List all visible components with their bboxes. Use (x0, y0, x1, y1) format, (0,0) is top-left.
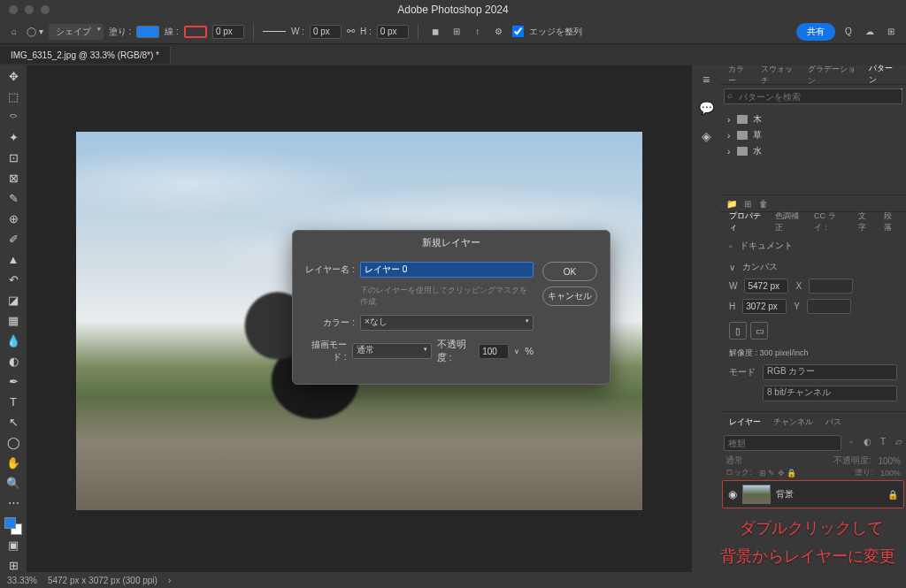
tab-layers[interactable]: レイヤー (726, 414, 764, 431)
bit-depth-dropdown[interactable]: 8 bit/チャンネル (763, 386, 897, 401)
zoom-tool[interactable]: 🔍 (3, 473, 24, 493)
quickmask-icon[interactable]: ▣ (3, 536, 24, 555)
align-edges-check[interactable] (512, 26, 524, 37)
tree-item[interactable]: 水 (727, 143, 899, 159)
cloud-icon[interactable]: ☁ (862, 24, 878, 40)
stroke-type-icon[interactable] (263, 31, 286, 32)
annotation-1: ダブルクリックして (740, 517, 883, 538)
w-label: W : (291, 27, 304, 36)
pen-tool[interactable]: ✒ (3, 371, 24, 391)
comments-panel-icon[interactable]: 💬 (697, 99, 715, 117)
folder-icon (737, 147, 748, 156)
color-mode-dropdown[interactable]: RGB カラー (763, 364, 897, 380)
link-icon[interactable]: ⚯ (347, 26, 355, 37)
align-icon[interactable]: ⊞ (449, 24, 465, 40)
tree-item[interactable]: 草 (727, 127, 899, 143)
libraries-panel-icon[interactable]: ◈ (697, 127, 715, 145)
gear-icon[interactable]: ⚙ (491, 24, 507, 40)
layer-color-dropdown[interactable]: ×なし (360, 315, 534, 331)
frame-tool[interactable]: ⊠ (3, 169, 24, 188)
visibility-icon[interactable]: ◉ (728, 488, 737, 500)
stroke-swatch[interactable] (184, 26, 207, 38)
move-tool[interactable]: ✥ (3, 67, 24, 87)
blend-mode-label: 描画モード : (305, 339, 347, 363)
share-button[interactable]: 共有 (796, 23, 835, 41)
path-ops-icon[interactable]: ◼ (427, 24, 443, 40)
wand-tool[interactable]: ✦ (3, 128, 24, 148)
height-field[interactable] (377, 25, 409, 39)
more-tools[interactable]: ⋯ (3, 493, 24, 513)
options-bar: ⌂ ◯ ▾ シェイプ 塗り : 線 : W : ⚯ H : ◼ ⊞ ↕ ⚙ エッ… (0, 19, 906, 44)
history-brush-tool[interactable]: ↶ (3, 271, 24, 290)
eyedropper-tool[interactable]: ✎ (3, 189, 24, 209)
blur-tool[interactable]: 💧 (3, 331, 24, 350)
brush-tool[interactable]: ✐ (3, 230, 24, 249)
canvas-y[interactable] (807, 299, 851, 314)
filter-adj-icon[interactable]: ◐ (861, 435, 873, 447)
orient-portrait-icon[interactable]: ▯ (729, 322, 747, 340)
orient-landscape-icon[interactable]: ▭ (750, 322, 768, 340)
align-edges-label: エッジを整列 (529, 26, 582, 38)
tool-preset-icon[interactable]: ◯ ▾ (27, 27, 43, 36)
path-tool[interactable]: ↖ (3, 412, 24, 431)
layer-name-input[interactable] (360, 262, 534, 278)
filter-type-icon[interactable]: T (877, 435, 889, 447)
home-icon[interactable]: ⌂ (7, 25, 21, 39)
tab-adjust[interactable]: 色調補正 (772, 208, 805, 236)
heal-tool[interactable]: ⊕ (3, 210, 24, 229)
folder-icon (737, 131, 748, 140)
tab-properties[interactable]: プロパティ (726, 208, 766, 236)
tab-channels[interactable]: チャンネル (770, 414, 817, 431)
eraser-tool[interactable]: ◪ (3, 290, 24, 309)
workspace-icon[interactable]: ⊞ (883, 24, 899, 40)
tools-panel: ✥ ⬚ ⌔ ✦ ⊡ ⊠ ✎ ⊕ ✐ ▲ ↶ ◪ ▦ 💧 ◐ ✒ T ↖ ◯ ✋ … (0, 65, 27, 576)
color-label-dlg: カラー : (305, 317, 355, 329)
tab-paths[interactable]: パス (822, 414, 845, 431)
tab-para[interactable]: 段落 (880, 208, 901, 236)
filter-shape-icon[interactable]: ▱ (893, 435, 905, 447)
status-bar: 33.33% 5472 px x 3072 px (300 ppi) › (0, 572, 906, 588)
h-label: H : (360, 27, 372, 36)
document-tab[interactable]: IMG_6315_2.jpg @ 33.3% (RGB/8*) * (0, 47, 171, 64)
stroke-width-field[interactable] (212, 25, 244, 39)
stamp-tool[interactable]: ▲ (3, 250, 24, 270)
layer-name: 背景 (776, 488, 794, 500)
blend-mode-dropdown[interactable]: 通常 (352, 343, 432, 359)
zoom-level[interactable]: 33.33% (7, 576, 37, 585)
dodge-tool[interactable]: ◐ (3, 351, 24, 370)
cancel-button[interactable]: キャンセル (542, 286, 597, 306)
canvas-x[interactable] (809, 279, 853, 294)
layer-filter[interactable] (724, 435, 841, 451)
canvas-h[interactable] (742, 299, 787, 314)
tree-item[interactable]: 木 (727, 111, 899, 127)
new-layer-dialog: 新規レイヤー レイヤー名 : 下のレイヤーを使用してクリッピングマスクを作成 カ… (292, 230, 610, 385)
search-icon[interactable]: Q (841, 24, 856, 40)
lasso-tool[interactable]: ⌔ (3, 108, 24, 127)
shape-mode-dropdown[interactable]: シェイプ (49, 24, 104, 40)
folder-icon (737, 115, 748, 124)
hand-tool[interactable]: ✋ (3, 453, 24, 472)
fill-swatch[interactable] (136, 26, 159, 38)
collapsed-panels: ≡ 💬 ◈ (692, 65, 720, 576)
gradient-tool[interactable]: ▦ (3, 310, 24, 330)
type-tool[interactable]: T (3, 392, 24, 411)
arrange-icon[interactable]: ↕ (470, 24, 486, 40)
marquee-tool[interactable]: ⬚ (3, 88, 24, 107)
filter-img-icon[interactable]: ▫ (845, 435, 857, 447)
tab-text[interactable]: 文字 (855, 208, 875, 236)
ok-button[interactable]: OK (542, 262, 597, 281)
width-field[interactable] (310, 25, 342, 39)
search-icon: ⌕ (727, 90, 733, 100)
dialog-title: 新規レイヤー (293, 231, 610, 255)
ellipse-tool[interactable]: ◯ (3, 432, 24, 452)
history-panel-icon[interactable]: ≡ (697, 71, 715, 88)
resolution-label: 解像度 : 300 pixel/inch (729, 347, 809, 359)
crop-tool[interactable]: ⊡ (3, 149, 24, 168)
pattern-search[interactable] (724, 88, 902, 104)
canvas-w[interactable] (744, 279, 788, 294)
opacity-input[interactable] (479, 344, 509, 359)
tab-cclib[interactable]: CC ライ： (810, 208, 849, 236)
app-title: Adobe Photoshop 2024 (0, 4, 906, 16)
layer-background[interactable]: ◉ 背景 🔒 (722, 480, 904, 508)
fg-bg-color[interactable] (4, 517, 22, 535)
